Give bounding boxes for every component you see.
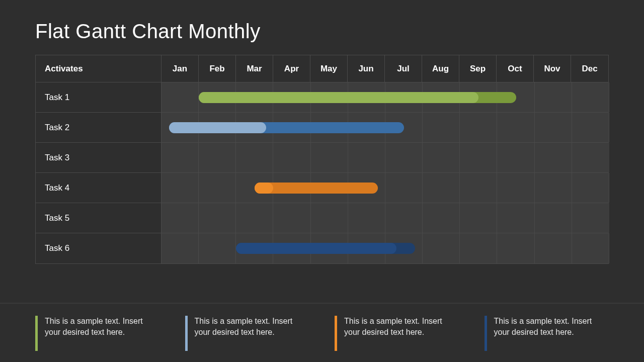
gantt-row: Task 3 xyxy=(36,143,608,173)
timeline-cell xyxy=(572,143,609,172)
task-name: Task 5 xyxy=(36,203,162,233)
month-jun: Jun xyxy=(348,55,385,82)
month-nov: Nov xyxy=(534,55,571,82)
gantt-row: Task 5 xyxy=(36,203,608,233)
timeline-cell xyxy=(162,173,199,203)
month-sep: Sep xyxy=(459,55,497,82)
month-jul: Jul xyxy=(385,55,422,82)
month-jan: Jan xyxy=(162,55,199,82)
timeline-cell xyxy=(311,143,348,172)
timeline-cell xyxy=(497,143,534,172)
timeline-cell xyxy=(497,173,534,203)
month-mar: Mar xyxy=(236,55,273,82)
month-dec: Dec xyxy=(571,55,608,82)
task-name: Task 4 xyxy=(36,173,162,203)
timeline-cell xyxy=(162,233,199,263)
footer-note: This is a sample text. Insert your desir… xyxy=(35,316,160,362)
timeline-cell xyxy=(460,233,497,263)
gantt-chart: Activates Jan Feb Mar Apr May Jun Jul Au… xyxy=(35,55,609,264)
timeline xyxy=(162,203,609,233)
timeline-cell xyxy=(572,203,609,233)
timeline-cell xyxy=(348,203,385,233)
month-feb: Feb xyxy=(199,55,236,82)
timeline-cell xyxy=(460,203,497,233)
footer-note: This is a sample text. Insert your desir… xyxy=(335,316,459,362)
timeline-cell xyxy=(273,143,310,172)
note-text: This is a sample text. Insert your desir… xyxy=(45,316,160,362)
timeline-cell xyxy=(535,233,572,263)
task-name: Task 6 xyxy=(36,233,162,263)
gantt-bar xyxy=(255,183,378,194)
timeline-cell xyxy=(535,203,572,233)
gantt-row: Task 1 xyxy=(36,82,608,113)
timeline-cell xyxy=(535,113,572,142)
timeline-cell xyxy=(385,203,423,233)
note-text: This is a sample text. Insert your desir… xyxy=(494,316,609,362)
timeline-cell xyxy=(460,113,497,142)
timeline xyxy=(162,233,609,263)
timeline-cell xyxy=(423,173,460,203)
footer-note: This is a sample text. Insert your desir… xyxy=(485,316,609,362)
timeline-cell xyxy=(460,173,497,203)
gantt-bar-progress xyxy=(236,243,396,254)
timeline-cell xyxy=(423,143,460,172)
timeline-cell xyxy=(162,143,199,172)
gantt-header: Activates Jan Feb Mar Apr May Jun Jul Au… xyxy=(36,55,608,82)
gantt-body: Task 1Task 2Task 3Task 4Task 5Task 6 xyxy=(36,82,608,263)
timeline-cell xyxy=(497,113,534,142)
month-oct: Oct xyxy=(497,55,534,82)
timeline-cell xyxy=(199,173,236,203)
timeline-cell xyxy=(199,143,236,172)
note-color-stripe xyxy=(335,316,337,351)
timeline-cell xyxy=(348,143,385,172)
timeline xyxy=(162,173,609,203)
header-tasks-label: Activates xyxy=(36,55,162,82)
timeline-cell xyxy=(385,173,423,203)
timeline-cell xyxy=(572,113,609,142)
timeline-cell xyxy=(535,143,572,172)
month-apr: Apr xyxy=(273,55,310,82)
month-aug: Aug xyxy=(422,55,459,82)
timeline-cell xyxy=(423,233,460,263)
task-name: Task 2 xyxy=(36,113,162,142)
note-text: This is a sample text. Insert your desir… xyxy=(344,316,459,362)
footer-note: This is a sample text. Insert your desir… xyxy=(185,316,310,362)
timeline xyxy=(162,113,609,142)
gantt-bar xyxy=(169,122,404,133)
timeline-cell xyxy=(535,82,572,112)
timeline-cell xyxy=(423,113,460,142)
gantt-bar-progress xyxy=(255,183,273,194)
timeline-cell xyxy=(162,203,199,233)
timeline-cell xyxy=(236,203,273,233)
timeline-cell xyxy=(572,82,609,112)
timeline-cell xyxy=(236,143,273,172)
footer: This is a sample text. Insert your desir… xyxy=(0,303,644,362)
task-name: Task 3 xyxy=(36,143,162,172)
timeline-cell xyxy=(385,143,423,172)
month-may: May xyxy=(310,55,348,82)
timeline-cell xyxy=(423,203,460,233)
timeline-cell xyxy=(497,233,534,263)
timeline-cell xyxy=(572,233,609,263)
timeline-cell xyxy=(535,173,572,203)
timeline-cell xyxy=(497,203,534,233)
gantt-bar-progress xyxy=(169,122,266,133)
gantt-row: Task 4 xyxy=(36,173,608,203)
timeline xyxy=(162,143,609,172)
gantt-bar xyxy=(236,243,415,254)
timeline-cell xyxy=(199,203,236,233)
timeline xyxy=(162,82,609,112)
timeline-cell xyxy=(460,143,497,172)
timeline-cell xyxy=(311,203,348,233)
note-color-stripe xyxy=(35,316,38,351)
page-title: Flat Gantt Chart Monthly xyxy=(35,20,609,43)
note-color-stripe xyxy=(485,316,487,351)
note-color-stripe xyxy=(185,316,188,351)
timeline-cell xyxy=(572,173,609,203)
timeline-cell xyxy=(199,233,236,263)
task-name: Task 1 xyxy=(36,82,162,112)
timeline-cell xyxy=(162,82,199,112)
gantt-bar xyxy=(199,92,516,103)
gantt-bar-progress xyxy=(199,92,478,103)
slide: Flat Gantt Chart Monthly Activates Jan F… xyxy=(0,0,644,362)
